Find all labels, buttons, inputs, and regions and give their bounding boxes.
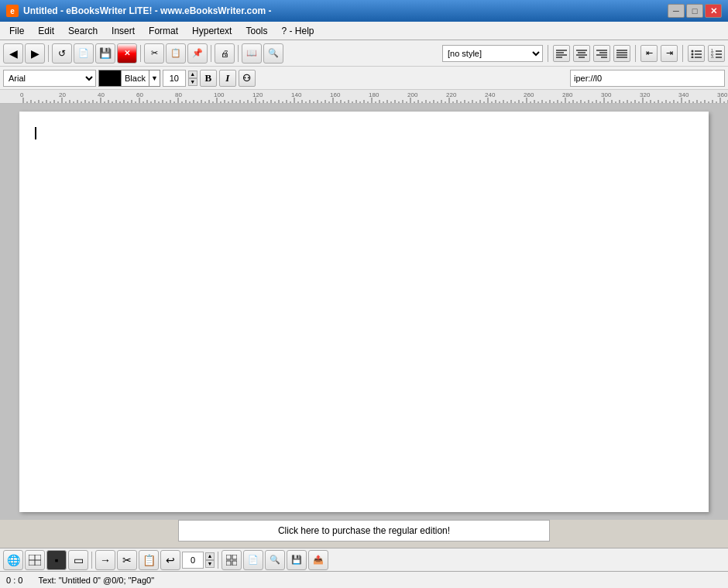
window-controls: ─ □ ✕ bbox=[668, 4, 722, 18]
outdent-button[interactable]: ⇤ bbox=[640, 45, 658, 62]
toolbar2: Arial Black ▼ ▲ ▼ B I ⚇ bbox=[0, 67, 728, 90]
window-title: Untitled - eBooksWriter LITE! - www.eBoo… bbox=[23, 5, 271, 16]
separator1 bbox=[48, 45, 49, 62]
purchase-banner[interactable]: Click here to purchase the regular editi… bbox=[178, 520, 550, 542]
save-button[interactable]: 💾 bbox=[95, 43, 115, 64]
export-button[interactable]: 📤 bbox=[308, 550, 328, 570]
search-button[interactable]: 🔍 bbox=[263, 43, 283, 64]
bullet-list-button[interactable] bbox=[688, 45, 705, 62]
close-button[interactable]: ✕ bbox=[705, 4, 722, 18]
bottom-sep2 bbox=[218, 552, 218, 569]
style-dropdown-area: [no style] ⇤ ⇥ 1.2.3. bbox=[442, 45, 725, 62]
ruler-canvas bbox=[0, 90, 728, 104]
font-select[interactable]: Arial bbox=[3, 70, 96, 87]
style-select[interactable]: [no style] bbox=[442, 45, 543, 62]
editor-page[interactable] bbox=[19, 112, 709, 512]
table-button[interactable] bbox=[25, 550, 45, 570]
svg-rect-34 bbox=[232, 561, 237, 566]
separator7 bbox=[682, 45, 683, 62]
svg-point-20 bbox=[692, 56, 694, 58]
menu-bar: File Edit Search Insert Format Hypertext… bbox=[0, 22, 728, 40]
print-button[interactable]: 🖨 bbox=[215, 43, 235, 64]
minimize-button[interactable]: ─ bbox=[668, 4, 685, 18]
menu-format[interactable]: Format bbox=[143, 24, 184, 38]
menu-search[interactable]: Search bbox=[62, 24, 104, 38]
url-area bbox=[570, 70, 725, 87]
scissors-button[interactable]: ✂ bbox=[117, 550, 137, 570]
app-icon: e bbox=[6, 5, 19, 17]
separator2 bbox=[140, 45, 141, 62]
bottom-sep1 bbox=[91, 552, 92, 569]
svg-point-18 bbox=[692, 53, 694, 55]
bold-button[interactable]: B bbox=[200, 70, 217, 87]
globe-button[interactable]: 🌐 bbox=[3, 550, 23, 570]
font-size-up[interactable]: ▲ bbox=[188, 70, 197, 78]
svg-rect-31 bbox=[226, 555, 231, 559]
font-size-spinner: ▲ ▼ bbox=[188, 70, 197, 86]
copy2-button[interactable]: 📋 bbox=[139, 550, 159, 570]
cut-button[interactable]: ✂ bbox=[144, 43, 164, 64]
align-right-button[interactable] bbox=[593, 45, 610, 62]
bottom-toolbar: 🌐 ▪ ▭ → ✂ 📋 ↩ ▲ ▼ 📄 🔍 💾 📤 bbox=[0, 548, 728, 571]
separator5 bbox=[548, 45, 548, 62]
undo-button[interactable]: ↩ bbox=[160, 550, 180, 570]
align-left-button[interactable] bbox=[553, 45, 570, 62]
undo-count-input[interactable] bbox=[182, 552, 204, 569]
url-input[interactable] bbox=[570, 70, 725, 87]
color-fill-button[interactable]: ▪ bbox=[46, 550, 67, 570]
purchase-text: Click here to purchase the regular editi… bbox=[278, 525, 450, 536]
arrow-button[interactable]: → bbox=[95, 550, 115, 570]
indent-button[interactable]: ⇥ bbox=[661, 45, 678, 62]
toolbar1: ◀ ▶ ↺ 📄 💾 ✕ ✂ 📋 📌 🖨 📖 🔍 [no style] ⇤ ⇥ bbox=[0, 40, 728, 67]
text-cursor bbox=[35, 127, 36, 139]
separator3 bbox=[211, 45, 211, 62]
color-picker[interactable]: Black ▼ bbox=[98, 70, 160, 87]
hyperlink-button[interactable]: ⚇ bbox=[239, 70, 256, 87]
paste-button[interactable]: 📌 bbox=[187, 43, 208, 64]
status-bar: 0 : 0 Text: "Untitled 0" @0/0; "Pag0" bbox=[0, 571, 728, 588]
title-left: e Untitled - eBooksWriter LITE! - www.eB… bbox=[6, 5, 271, 17]
maximize-button[interactable]: □ bbox=[686, 4, 703, 18]
grid-button[interactable] bbox=[221, 550, 242, 570]
undo-down[interactable]: ▼ bbox=[205, 560, 215, 568]
separator6 bbox=[635, 45, 636, 62]
svg-rect-33 bbox=[226, 561, 231, 566]
numbered-list-button[interactable]: 1.2.3. bbox=[708, 45, 725, 62]
menu-tools[interactable]: Tools bbox=[239, 24, 273, 38]
delete-button[interactable]: ✕ bbox=[117, 43, 137, 64]
undo-up[interactable]: ▲ bbox=[205, 552, 215, 560]
color-swatch bbox=[99, 70, 121, 86]
status-coords: 0 : 0 bbox=[6, 576, 22, 585]
page-button[interactable]: 📄 bbox=[243, 550, 263, 570]
align-justify-button[interactable] bbox=[613, 45, 630, 62]
svg-text:3.: 3. bbox=[711, 54, 714, 58]
save2-button[interactable]: 💾 bbox=[287, 550, 307, 570]
ruler bbox=[0, 90, 728, 104]
menu-help[interactable]: ? - Help bbox=[275, 24, 320, 38]
find-button[interactable]: 🔍 bbox=[265, 550, 285, 570]
title-bar: e Untitled - eBooksWriter LITE! - www.eB… bbox=[0, 0, 728, 22]
editor-container[interactable] bbox=[0, 104, 728, 520]
align-center-button[interactable] bbox=[573, 45, 590, 62]
forward-button[interactable]: ▶ bbox=[25, 43, 45, 64]
color-label: Black bbox=[121, 70, 149, 86]
refresh-button[interactable]: ↺ bbox=[52, 43, 72, 64]
status-text: Text: "Untitled 0" @0/0; "Pag0" bbox=[38, 576, 154, 585]
menu-file[interactable]: File bbox=[3, 24, 30, 38]
menu-edit[interactable]: Edit bbox=[32, 24, 60, 38]
new-button[interactable]: 📄 bbox=[74, 43, 94, 64]
italic-button[interactable]: I bbox=[219, 70, 236, 87]
svg-point-16 bbox=[692, 50, 694, 52]
back-button[interactable]: ◀ bbox=[3, 43, 23, 64]
svg-rect-32 bbox=[232, 555, 237, 559]
undo-spinner: ▲ ▼ bbox=[205, 552, 215, 568]
book-button[interactable]: 📖 bbox=[242, 43, 262, 64]
separator4 bbox=[238, 45, 239, 62]
copy-button[interactable]: 📋 bbox=[166, 43, 186, 64]
font-size-input[interactable] bbox=[163, 70, 186, 87]
menu-hypertext[interactable]: Hypertext bbox=[186, 24, 238, 38]
color-dropdown-arrow[interactable]: ▼ bbox=[149, 70, 160, 86]
rectangle-button[interactable]: ▭ bbox=[68, 550, 88, 570]
menu-insert[interactable]: Insert bbox=[105, 24, 141, 38]
font-size-down[interactable]: ▼ bbox=[188, 78, 197, 86]
